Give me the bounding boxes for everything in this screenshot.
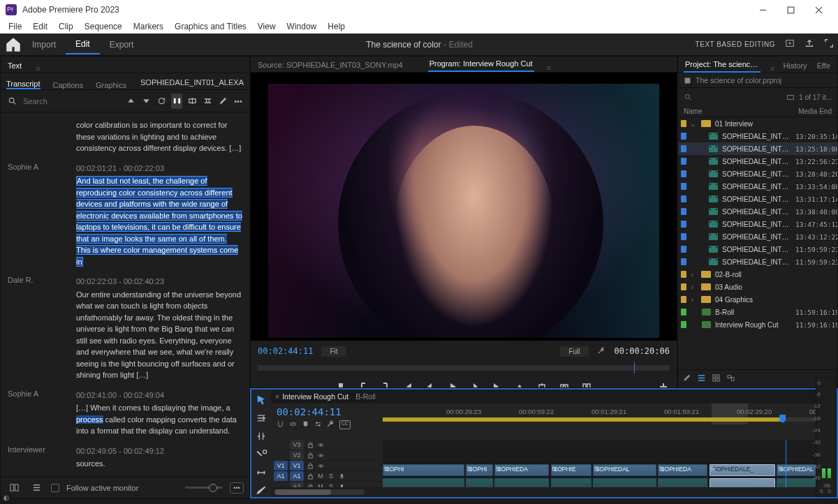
src-a1[interactable]: A1 [274, 471, 288, 481]
project-item[interactable]: SOPHIEDALE_INT03_S13:43:12:22 [678, 230, 837, 243]
text-zoom-slider[interactable] [185, 487, 223, 489]
project-item[interactable]: SOPHIEDALE_INT01_A13:20:35:14 [678, 130, 837, 142]
cc-options-button[interactable]: ••• [230, 482, 244, 494]
button-editor-icon[interactable] [657, 380, 670, 388]
project-item[interactable]: B-Roll11:59:16:19 [678, 306, 837, 318]
extract-icon[interactable] [536, 380, 548, 388]
fullscreen-icon[interactable] [824, 38, 834, 50]
menu-edit[interactable]: Edit [29, 20, 52, 33]
panel-menu-icon[interactable]: ≡ [547, 64, 551, 72]
slip-tool-icon[interactable] [255, 466, 267, 479]
edit-pen-icon[interactable] [217, 94, 228, 109]
track-select-tool-icon[interactable] [255, 412, 267, 424]
current-timecode[interactable]: 00:02:44:11 [258, 346, 313, 356]
horizontal-zoom-slider[interactable] [274, 489, 365, 495]
minimize-button[interactable] [749, 0, 777, 20]
pen-tool-icon[interactable] [255, 484, 267, 497]
track-v1[interactable]: V1 [290, 461, 304, 470]
search-icon[interactable] [684, 93, 692, 101]
linked-selection-icon[interactable] [289, 420, 297, 429]
add-marker-icon[interactable] [335, 380, 347, 388]
refresh-icon[interactable] [156, 94, 167, 109]
sequence-tab-2[interactable]: B-Roll [355, 392, 376, 401]
share-icon[interactable] [804, 38, 814, 50]
project-item[interactable]: SOPHIEDALE_INT03_C13:47:45:12 [678, 218, 837, 230]
timeline-clip[interactable] [494, 478, 549, 487]
eye-icon[interactable] [316, 451, 325, 459]
ws-tab-edit[interactable]: Edit [66, 35, 100, 54]
transcript-line[interactable]: sources. [76, 459, 105, 468]
project-item[interactable]: SOPHIEDALE_INT01_C13:25:18:08 [678, 142, 837, 155]
lock-icon[interactable] [306, 482, 314, 487]
zoom-fit-select[interactable]: Fit [321, 346, 346, 357]
maximize-button[interactable] [777, 0, 804, 20]
follow-checkbox[interactable] [51, 484, 59, 492]
tab-graphics[interactable]: Graphics [96, 81, 126, 89]
video-monitor[interactable] [251, 73, 677, 341]
src-v1[interactable]: V1 [274, 461, 288, 470]
insert-icon[interactable] [171, 94, 182, 109]
project-item[interactable]: SOPHIEDALE_INT02_C13:33:54:08 [678, 180, 837, 193]
quick-export-icon[interactable] [785, 38, 795, 50]
marker-icon[interactable] [302, 420, 309, 429]
playhead-line[interactable] [786, 440, 786, 487]
step-fwd-icon[interactable] [469, 380, 481, 388]
settings-icon[interactable] [314, 420, 322, 429]
wrench-icon[interactable] [327, 420, 335, 429]
new-bin-icon[interactable] [786, 93, 795, 101]
nav-up-icon[interactable] [125, 94, 136, 109]
scrub-bar[interactable] [258, 362, 670, 374]
transcript-line[interactable]: Our entire understanding of the universe… [76, 290, 241, 380]
timeline-clip[interactable] [593, 478, 656, 487]
more-icon[interactable]: ••• [233, 94, 244, 109]
play-icon[interactable] [446, 380, 459, 388]
wrench-icon[interactable] [597, 346, 606, 357]
effects-tab[interactable]: Effe [816, 59, 832, 73]
icon-view-icon[interactable] [712, 373, 721, 384]
text-panel-tab[interactable]: Text [6, 59, 23, 73]
mark-out-icon[interactable] [379, 380, 392, 388]
timeline-timecode[interactable]: 00:02:44:11 [277, 406, 377, 417]
mark-in-icon[interactable] [357, 380, 369, 388]
go-to-out-icon[interactable] [491, 380, 503, 388]
timeline-clip[interactable] [710, 478, 775, 487]
project-item[interactable]: Interview Rough Cut11:59:16:19 [678, 318, 837, 331]
source-tab[interactable]: Source: SOPHIEDALE_INT03_SONY.mp4 [256, 58, 404, 72]
lock-icon[interactable] [306, 472, 314, 480]
project-list[interactable]: ⌄01 InterviewSOPHIEDALE_INT01_A13:20:35:… [678, 117, 837, 369]
close-button[interactable] [804, 0, 832, 20]
lift-icon[interactable] [513, 380, 526, 388]
search-input[interactable] [22, 96, 121, 107]
project-tab[interactable]: Project: The science of color [684, 57, 760, 73]
project-item[interactable]: SOPHIEDALE_INT03_iP11:59:59:23 [678, 255, 837, 268]
col-name[interactable]: Name [684, 108, 703, 115]
project-item[interactable]: SOPHIEDALE_INT03_A13:38:40:08 [678, 205, 837, 218]
freeform-view-icon[interactable] [726, 373, 735, 384]
tab-transcript[interactable]: Transcript [6, 80, 41, 89]
menu-help[interactable]: Help [323, 20, 349, 33]
track-v3[interactable]: V3 [290, 440, 304, 450]
col-media-end[interactable]: Media End [798, 108, 832, 115]
tab-captions[interactable]: Captions [53, 81, 83, 89]
solo-buttons[interactable]: S S [820, 488, 833, 496]
menu-window[interactable]: Window [283, 20, 321, 33]
menu-graphics[interactable]: Graphics and Titles [170, 20, 251, 33]
step-back-icon[interactable] [424, 380, 436, 388]
list-view-icon[interactable] [697, 373, 706, 384]
project-item[interactable]: ›02-B-roll [678, 268, 837, 281]
extract-icon[interactable] [202, 94, 213, 109]
menu-markers[interactable]: Markers [129, 20, 168, 33]
timeline-clip[interactable] [658, 478, 708, 487]
timeline-clip[interactable]: fx SOPHIEDALE_ [710, 464, 775, 476]
panel-menu-icon[interactable]: ≡ [770, 64, 774, 73]
timeline-clip[interactable] [383, 478, 464, 487]
ws-tab-export[interactable]: Export [100, 36, 144, 54]
timeline-clip[interactable]: fx SOPHIEDA [494, 464, 549, 476]
timeline-clip[interactable] [466, 478, 493, 487]
timeline-clip[interactable]: fx SOPHI [383, 464, 464, 476]
eye-icon[interactable] [316, 440, 325, 449]
lock-icon[interactable] [306, 451, 314, 459]
nav-down-icon[interactable] [140, 94, 152, 109]
track-v2[interactable]: V2 [290, 450, 304, 460]
mic-icon[interactable] [337, 472, 346, 480]
